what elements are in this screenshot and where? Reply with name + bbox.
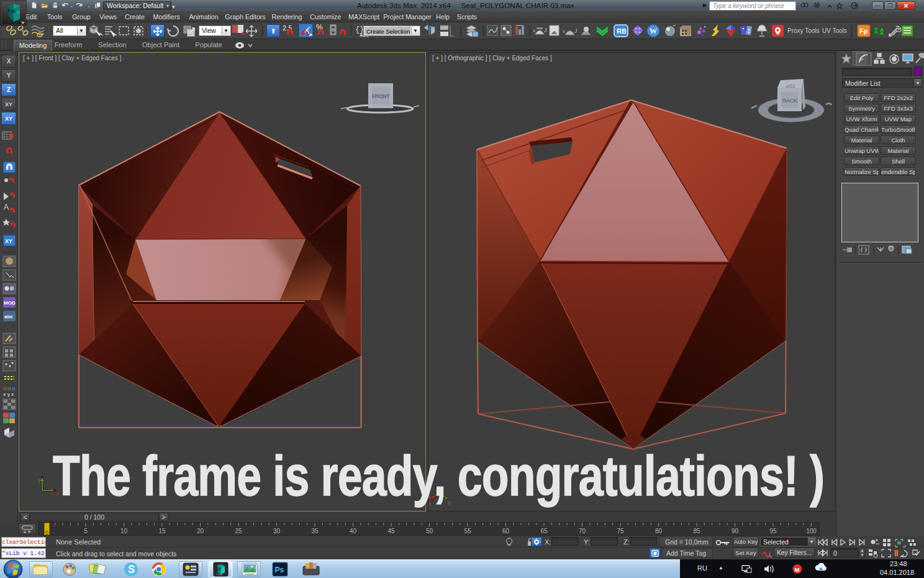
svg-text:M: M — [795, 566, 800, 573]
svg-text:RB: RB — [617, 27, 627, 35]
svg-text:W: W — [650, 27, 657, 35]
svg-text:R: R — [3, 386, 7, 392]
svg-text:95: 95 — [769, 528, 777, 534]
svg-text:80: 80 — [655, 528, 663, 534]
svg-text:5: 5 — [84, 528, 88, 534]
svg-text:50: 50 — [426, 528, 433, 534]
svg-text:35: 35 — [311, 528, 319, 534]
svg-text:BACK: BACK — [782, 98, 798, 104]
svg-text:15: 15 — [158, 528, 166, 534]
svg-text:100: 100 — [806, 528, 817, 534]
svg-text:30: 30 — [273, 528, 281, 534]
svg-text:Proxy Tools: Proxy Tools — [787, 27, 820, 34]
svg-text:65: 65 — [540, 528, 548, 534]
svg-text:abc: abc — [4, 314, 13, 319]
svg-text:XY: XY — [5, 238, 12, 244]
svg-text:Ps: Ps — [275, 566, 284, 574]
svg-text:MOD: MOD — [4, 300, 16, 306]
svg-text:20: 20 — [197, 528, 204, 534]
svg-text:FRONT: FRONT — [372, 93, 390, 99]
svg-text:70: 70 — [579, 528, 586, 534]
svg-text:85: 85 — [693, 528, 700, 534]
svg-text:10: 10 — [120, 528, 128, 534]
svg-text:G: G — [7, 386, 11, 392]
svg-text:x y z: x y z — [3, 392, 14, 397]
svg-text:55: 55 — [464, 528, 471, 534]
svg-text:25: 25 — [235, 528, 242, 534]
svg-text:TOP: TOP — [786, 83, 795, 89]
svg-text:75: 75 — [617, 528, 624, 534]
svg-text:B: B — [12, 386, 16, 392]
svg-text:y: y — [38, 477, 41, 483]
svg-text:UV Tools: UV Tools — [822, 27, 847, 34]
svg-text:40: 40 — [350, 528, 357, 534]
svg-text:60: 60 — [502, 528, 510, 534]
svg-text:45: 45 — [387, 528, 395, 534]
svg-text:max: max — [217, 572, 223, 576]
svg-text:Fp: Fp — [859, 27, 868, 35]
svg-text:90: 90 — [732, 528, 739, 534]
